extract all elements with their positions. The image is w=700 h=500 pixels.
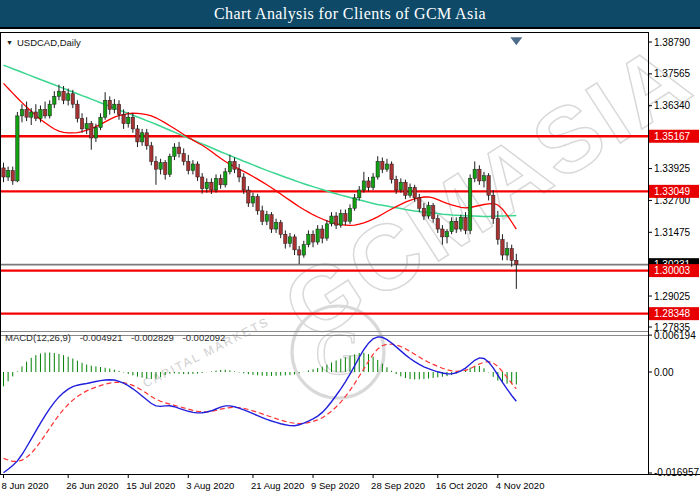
candle: [76, 104, 79, 118]
time-axis-label: 3 Aug 2020: [186, 480, 234, 491]
candle: [90, 124, 93, 138]
macd-signal-value: -0.002829: [131, 332, 174, 343]
macd-histogram-value: -0.002092: [183, 332, 226, 343]
candle: [487, 176, 490, 196]
candle: [371, 177, 374, 187]
down-arrow-marker[interactable]: [510, 37, 522, 45]
svg-text:1.33049: 1.33049: [654, 186, 691, 197]
symbol-period-selector[interactable]: ▼ USDCAD,Daily: [6, 37, 81, 48]
candle: [94, 128, 97, 138]
candle: [404, 182, 407, 195]
candle: [413, 187, 416, 197]
candle: [57, 91, 60, 96]
time-axis-label: 4 Nov 2020: [496, 480, 545, 491]
macd-indicator-label: MACD(12,26,9) -0.004921 -0.002829 -0.002…: [5, 332, 231, 343]
candle: [390, 164, 393, 180]
candle: [99, 117, 102, 127]
candle: [284, 234, 287, 243]
macd-signal-line: [4, 344, 517, 461]
candle: [492, 195, 495, 218]
candle: [228, 161, 231, 171]
time-axis-label: 28 Sep 2020: [371, 480, 425, 491]
candle: [127, 117, 130, 124]
candle: [385, 164, 388, 169]
chart-area[interactable]: GGCMASIACAPITAL MARKETS1.387901.375651.3…: [0, 29, 700, 500]
macd-axis-label: -0.016957: [654, 467, 699, 478]
candle: [321, 229, 324, 238]
svg-text:1.30003: 1.30003: [654, 265, 691, 276]
watermark-text: GCMASIA: [266, 29, 700, 360]
candle: [330, 216, 333, 224]
candle: [427, 206, 430, 216]
candle: [288, 237, 291, 244]
price-axis-label: 1.29025: [654, 291, 691, 302]
candle: [191, 164, 194, 171]
candle: [316, 229, 319, 242]
candle: [108, 100, 111, 109]
candle: [261, 211, 264, 221]
candle: [256, 197, 259, 211]
candle: [422, 208, 425, 216]
macd-axis-label: 0.00: [654, 367, 674, 378]
candle: [140, 133, 143, 142]
terminal-window: Chart Analysis for Clients of GCM Asia G…: [0, 0, 700, 500]
price-chart-canvas[interactable]: GGCMASIACAPITAL MARKETS1.387901.375651.3…: [0, 29, 700, 500]
candle: [510, 249, 513, 261]
candle: [150, 146, 153, 162]
chevron-down-icon[interactable]: ▼: [6, 39, 13, 46]
candle: [214, 178, 217, 190]
watermark-tagline: CAPITAL MARKETS: [141, 314, 272, 390]
candle: [468, 178, 471, 230]
time-axis: 8 Jun 202026 Jun 202015 Jul 20203 Aug 20…: [2, 475, 545, 491]
macd-main-line: [4, 337, 517, 473]
candle: [265, 215, 268, 222]
candle: [279, 223, 282, 235]
line-price-label: 1.28348: [649, 307, 699, 320]
candle: [182, 154, 185, 162]
line-price-label: 1.35167: [649, 130, 699, 143]
candle: [441, 229, 444, 237]
svg-text:1.35167: 1.35167: [654, 131, 691, 142]
candle: [242, 177, 245, 190]
line-price-label: 1.30003: [649, 264, 699, 277]
candle: [302, 245, 305, 255]
candle: [177, 147, 180, 154]
candle: [210, 182, 213, 190]
time-axis-label: 15 Jul 2020: [126, 480, 175, 491]
candle: [450, 221, 453, 231]
candle: [6, 171, 9, 178]
candle: [297, 250, 300, 255]
candle: [39, 109, 42, 118]
time-axis-label: 26 Jun 2020: [66, 480, 118, 491]
candle: [325, 224, 328, 238]
candle: [16, 116, 19, 181]
candle: [339, 213, 342, 225]
time-axis-label: 21 Aug 2020: [251, 480, 304, 491]
candle: [224, 172, 227, 185]
candle: [348, 208, 351, 221]
candle: [233, 161, 236, 169]
candle: [30, 112, 33, 117]
candle: [353, 198, 356, 208]
line-price-label: 1.33049: [649, 185, 699, 198]
candle: [200, 177, 203, 189]
candle: [307, 234, 310, 244]
candle: [501, 239, 504, 255]
candle: [187, 161, 190, 170]
candle: [122, 115, 125, 124]
candle: [117, 104, 120, 114]
candle: [66, 94, 69, 101]
candle: [459, 217, 462, 229]
candle: [159, 163, 162, 170]
candle: [62, 91, 65, 100]
candle: [154, 161, 157, 169]
title-bar: Chart Analysis for Clients of GCM Asia: [0, 0, 700, 29]
candle: [344, 213, 347, 221]
candle: [173, 147, 176, 156]
candle: [113, 104, 116, 109]
candle: [164, 163, 167, 175]
candle: [311, 234, 314, 242]
candle: [34, 112, 37, 119]
candle: [270, 215, 273, 229]
macd-name: MACD(12,26,9): [5, 332, 71, 343]
